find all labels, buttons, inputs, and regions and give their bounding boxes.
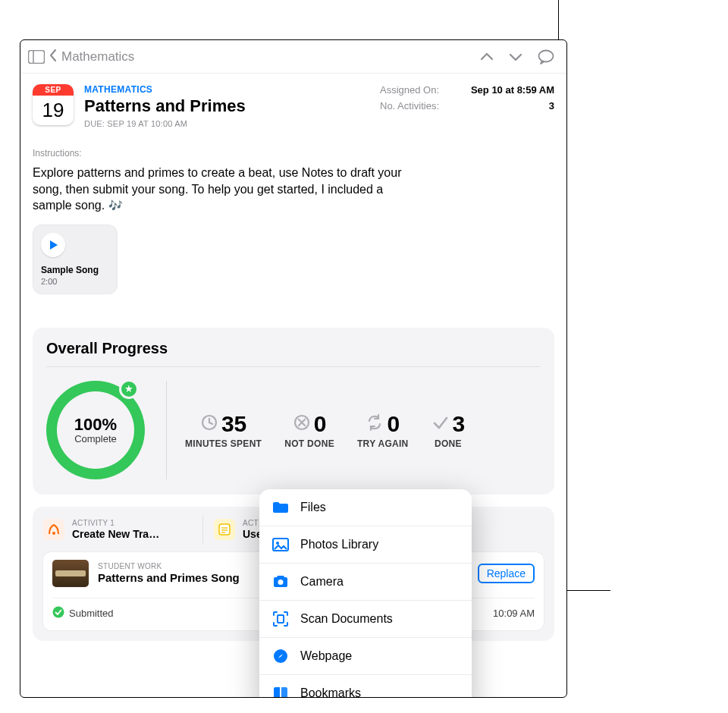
garageband-icon <box>43 519 64 540</box>
checkmark-icon <box>431 413 450 435</box>
instructions-label: Instructions: <box>33 148 554 159</box>
progress-stats: 35 MINUTES SPENT 0 NOT DONE <box>182 411 541 449</box>
activity-1-label: ACTIVITY 1 <box>72 519 159 527</box>
calendar-icon: SEP 19 <box>33 84 74 125</box>
notdone-icon <box>293 413 311 435</box>
menu-item-scan-label: Scan Documents <box>300 612 393 626</box>
menu-item-camera[interactable]: Camera <box>259 563 472 600</box>
stat-notdone: 0 NOT DONE <box>284 411 334 449</box>
progress-ring: 100% Complete ★ <box>46 381 145 479</box>
scan-icon <box>271 610 290 628</box>
sidebar-toggle-icon[interactable] <box>28 50 45 64</box>
menu-item-photos[interactable]: Photos Library <box>259 526 472 563</box>
student-work-label: STUDENT WORK <box>98 562 240 570</box>
stat-done-label: DONE <box>431 438 466 449</box>
svg-rect-0 <box>29 50 45 63</box>
progress-title: Overall Progress <box>46 340 541 367</box>
menu-item-webpage-label: Webpage <box>300 649 352 663</box>
stat-minutes: 35 MINUTES SPENT <box>185 411 262 449</box>
instructions-text-span: Explore patterns and primes to create a … <box>33 166 401 212</box>
app-window: Mathematics SEP 19 MATHEMATICS <box>20 39 567 698</box>
attachment-card[interactable]: Sample Song 2:00 <box>33 225 118 294</box>
callout-line <box>558 0 559 39</box>
svg-marker-3 <box>50 240 58 250</box>
stat-minutes-value: 35 <box>221 411 246 437</box>
back-button-label[interactable]: Mathematics <box>61 49 134 64</box>
attachment-title: Sample Song <box>41 265 109 275</box>
progress-card: Overall Progress 100% Complete ★ 35 <box>33 328 554 495</box>
compass-icon <box>271 647 290 665</box>
music-notes-glyph: 🎶 <box>108 199 123 212</box>
attachment-source-menu: Files Photos Library Camera Scan Documen… <box>259 489 472 698</box>
menu-item-bookmarks-label: Bookmarks <box>300 686 361 698</box>
calendar-month: SEP <box>33 84 74 96</box>
camera-icon <box>271 573 290 591</box>
svg-rect-9 <box>219 524 230 535</box>
back-chevron-icon[interactable] <box>49 49 57 65</box>
assignment-header: SEP 19 MATHEMATICS Patterns and Primes D… <box>33 84 554 128</box>
chat-icon[interactable] <box>538 49 554 64</box>
divider <box>166 381 167 479</box>
progress-sublabel: Complete <box>74 433 117 444</box>
stat-tryagain-value: 0 <box>387 411 400 437</box>
nav-down-icon[interactable] <box>509 52 522 61</box>
stat-tryagain-label: TRY AGAIN <box>357 438 409 449</box>
menu-item-bookmarks[interactable]: Bookmarks <box>259 674 472 698</box>
menu-item-scan[interactable]: Scan Documents <box>259 600 472 637</box>
retry-icon <box>366 413 384 435</box>
notes-icon <box>214 519 235 540</box>
activities-count-value: 3 <box>549 100 554 112</box>
stat-done-value: 3 <box>453 411 466 437</box>
svg-point-16 <box>278 580 284 585</box>
work-thumbnail <box>52 560 89 587</box>
instructions-text: Explore patterns and primes to create a … <box>33 165 404 214</box>
student-work-title: Patterns and Primes Song <box>98 571 240 584</box>
assigned-on-label: Assigned On: <box>380 84 439 96</box>
stat-done: 3 DONE <box>431 411 466 449</box>
attachment-duration: 2:00 <box>41 277 109 286</box>
assignment-meta: Assigned On: Sep 10 at 8:59 AM No. Activ… <box>380 84 554 128</box>
progress-percent: 100% <box>74 415 117 435</box>
due-label: DUE: SEP 19 AT 10:00 AM <box>84 119 246 128</box>
clock-icon <box>200 413 218 435</box>
svg-rect-17 <box>278 615 284 623</box>
stat-minutes-label: MINUTES SPENT <box>185 438 262 449</box>
star-badge-icon: ★ <box>119 379 139 399</box>
menu-item-webpage[interactable]: Webpage <box>259 637 472 674</box>
subject-label: MATHEMATICS <box>84 84 246 95</box>
calendar-day: 19 <box>33 96 74 125</box>
photo-icon <box>271 536 290 554</box>
replace-button[interactable]: Replace <box>478 564 535 583</box>
assignment-title: Patterns and Primes <box>84 96 246 116</box>
activity-1[interactable]: ACTIVITY 1 Create New Tra… <box>43 516 202 543</box>
menu-item-photos-label: Photos Library <box>300 538 378 551</box>
folder-icon <box>271 498 290 517</box>
submitted-time: 10:09 AM <box>493 608 535 619</box>
stat-notdone-value: 0 <box>314 411 327 437</box>
assigned-on-value: Sep 10 at 8:59 AM <box>471 84 554 96</box>
activities-count-label: No. Activities: <box>380 100 439 112</box>
bookmarks-icon <box>271 684 290 698</box>
activity-1-title: Create New Tra… <box>72 528 159 540</box>
svg-point-13 <box>53 606 64 617</box>
play-icon[interactable] <box>41 233 65 257</box>
svg-point-8 <box>52 532 55 535</box>
menu-item-files[interactable]: Files <box>259 489 472 526</box>
stat-tryagain: 0 TRY AGAIN <box>357 411 409 449</box>
menu-item-camera-label: Camera <box>300 575 344 589</box>
nav-up-icon[interactable] <box>480 52 494 61</box>
navbar: Mathematics <box>20 40 566 74</box>
svg-point-15 <box>276 542 279 545</box>
submitted-label: Submitted <box>69 608 114 619</box>
svg-point-2 <box>539 50 554 61</box>
submitted-check-icon <box>52 606 64 621</box>
stat-notdone-label: NOT DONE <box>284 438 334 449</box>
menu-item-files-label: Files <box>300 501 326 514</box>
